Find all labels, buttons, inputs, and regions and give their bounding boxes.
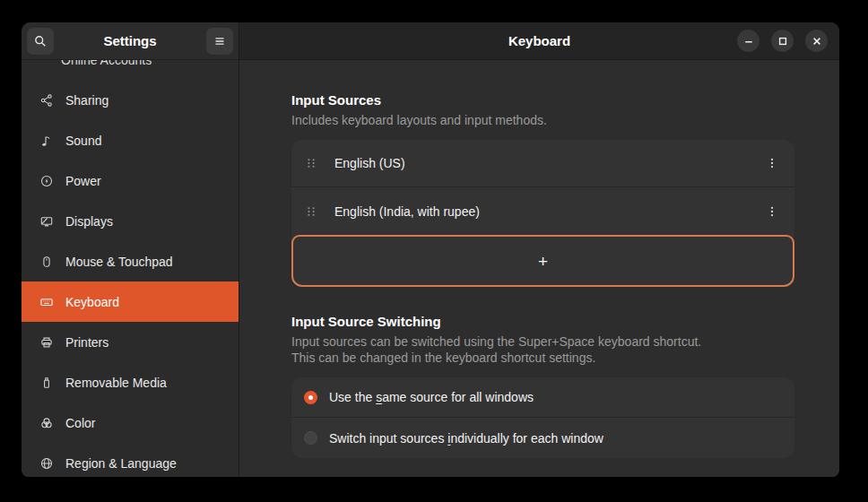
option-label: Use the same source for all windows	[329, 390, 534, 404]
sidebar-item-label: Displays	[65, 214, 113, 229]
page-title: Keyboard	[508, 33, 570, 48]
radio-unselected-icon[interactable]	[304, 431, 317, 445]
input-source-switching-title: Input Source Switching	[291, 314, 794, 329]
sidebar-item-sharing[interactable]: Sharing	[22, 80, 239, 120]
sidebar-item-displays[interactable]: Displays	[22, 201, 239, 241]
search-icon	[33, 34, 48, 48]
sidebar-item-label: Color	[65, 416, 95, 430]
sidebar-item-label: Printers	[65, 335, 108, 350]
sidebar-panel-list: Online Accounts Sharing	[22, 60, 239, 477]
kebab-menu-icon	[765, 156, 779, 170]
switching-options-list: Use the same source for all windows Swit…	[291, 377, 794, 458]
sidebar-item-sound[interactable]: Sound	[22, 120, 239, 160]
music-note-icon	[39, 134, 54, 148]
usb-stick-icon	[39, 376, 54, 390]
drag-handle-icon[interactable]	[304, 204, 318, 219]
hamburger-menu-icon	[213, 34, 227, 48]
input-sources-description: Includes keyboard layouts and input meth…	[291, 112, 794, 128]
sidebar-item-online-accounts[interactable]: Online Accounts	[22, 60, 239, 80]
sidebar-item-printers[interactable]: Printers	[22, 322, 239, 362]
option-label: Switch input sources individually for ea…	[329, 431, 603, 446]
color-circles-icon	[39, 416, 54, 430]
sidebar: Settings Online Accounts	[22, 22, 239, 477]
sidebar-item-removable-media[interactable]: Removable Media	[22, 362, 239, 402]
sidebar-headerbar: Settings	[22, 22, 239, 60]
sidebar-item-color[interactable]: Color	[22, 402, 239, 443]
input-source-row-english-us[interactable]: English (US)	[291, 140, 794, 187]
globe-icon	[39, 456, 54, 471]
drag-handle-icon[interactable]	[304, 156, 318, 170]
search-button[interactable]	[27, 28, 54, 55]
sidebar-item-label: Region & Language	[65, 456, 177, 471]
share-network-icon	[39, 93, 54, 108]
input-sources-list: English (US)	[291, 140, 794, 287]
sidebar-item-label: Sound	[65, 134, 101, 148]
sidebar-item-label: Keyboard	[65, 295, 119, 309]
printer-icon	[39, 335, 54, 350]
row-menu-button[interactable]	[760, 151, 784, 175]
app-title: Settings	[103, 33, 156, 48]
close-button[interactable]	[805, 30, 828, 52]
sidebar-item-label: Sharing	[65, 93, 108, 108]
minimize-icon	[742, 34, 756, 48]
sidebar-item-keyboard[interactable]: Keyboard	[22, 281, 239, 322]
sidebar-item-label: Power	[65, 174, 101, 188]
add-input-source-button[interactable]: +	[291, 235, 794, 287]
kebab-menu-icon	[765, 204, 779, 219]
keyboard-icon	[39, 295, 54, 309]
keyboard-panel-content: Input Sources Includes keyboard layouts …	[239, 60, 839, 477]
monitor-icon	[39, 214, 54, 229]
plus-icon: +	[538, 253, 548, 270]
maximize-button[interactable]	[771, 30, 794, 52]
main-headerbar: Keyboard	[239, 22, 839, 60]
power-circle-icon	[39, 174, 54, 188]
sidebar-item-label: Mouse & Touchpad	[65, 255, 173, 269]
input-source-switching-description-line2: This can be changed in the keyboard shor…	[291, 350, 794, 366]
input-source-label: English (US)	[334, 156, 760, 170]
mouse-icon	[39, 255, 54, 269]
radio-selected-icon[interactable]	[304, 391, 317, 404]
row-menu-button[interactable]	[760, 200, 784, 223]
main-pane: Keyboard	[239, 22, 839, 477]
settings-window: Settings Online Accounts	[22, 22, 839, 477]
input-source-label: English (India, with rupee)	[334, 204, 760, 219]
input-source-switching-description-line1: Input sources can be switched using the …	[291, 333, 794, 350]
window-controls	[737, 22, 828, 59]
sidebar-item-mouse-touchpad[interactable]: Mouse & Touchpad	[22, 241, 239, 281]
sidebar-item-label: Online Accounts	[61, 60, 152, 67]
close-icon	[810, 34, 824, 48]
maximize-icon	[776, 34, 790, 48]
minimize-button[interactable]	[737, 30, 760, 52]
sidebar-item-power[interactable]: Power	[22, 160, 239, 201]
primary-menu-button[interactable]	[206, 28, 233, 55]
option-switch-individually-per-window[interactable]: Switch input sources individually for ea…	[291, 418, 794, 458]
sidebar-item-label: Removable Media	[65, 376, 167, 390]
input-source-row-english-india[interactable]: English (India, with rupee)	[291, 187, 794, 235]
sidebar-item-region-language[interactable]: Region & Language	[22, 443, 239, 477]
input-sources-title: Input Sources	[291, 92, 794, 108]
option-same-source-all-windows[interactable]: Use the same source for all windows	[291, 377, 794, 418]
